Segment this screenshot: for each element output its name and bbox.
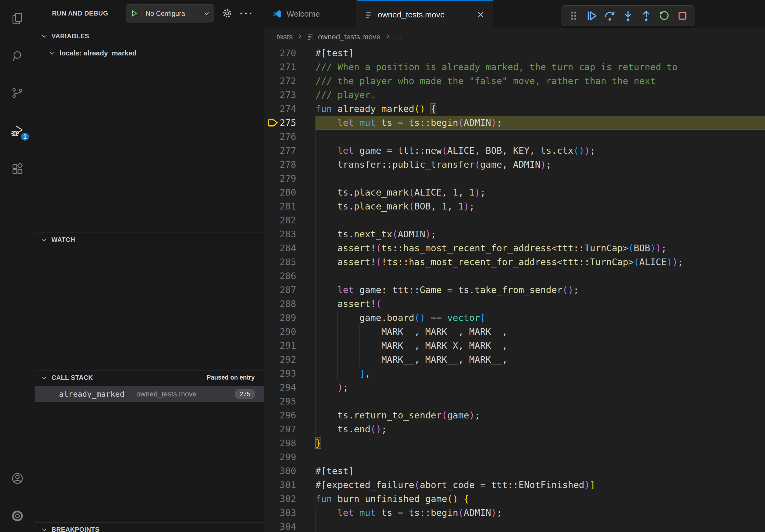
code-text: let mut ts = ts::begin(ADMIN);	[316, 506, 502, 520]
line-number: 289	[264, 311, 296, 325]
continue-button[interactable]	[584, 8, 599, 23]
code-line[interactable]: 281 ts.place_mark(BOB, 1, 1);	[264, 199, 765, 213]
code-line[interactable]: 297 ts.end();	[264, 422, 765, 436]
locals-label: locals: already_marked	[60, 49, 137, 57]
step-into-button[interactable]	[620, 8, 635, 23]
code-line[interactable]: 275 let mut ts = ts::begin(ADMIN);	[264, 116, 765, 130]
start-debug-icon[interactable]	[130, 9, 138, 18]
breadcrumb-item-symbol[interactable]: …	[394, 33, 402, 41]
code-line[interactable]: 304	[264, 520, 765, 532]
code-text: /// player.	[316, 88, 376, 102]
code-line[interactable]: 270#[test]	[264, 46, 765, 60]
line-number: 294	[264, 381, 296, 394]
views-more-actions-button[interactable]: ···	[238, 4, 256, 23]
gear-icon	[11, 509, 24, 523]
code-line[interactable]: 283 ts.next_tx(ADMIN);	[264, 227, 765, 241]
sidebar-title: RUN AND DEBUG	[52, 4, 108, 23]
code-line[interactable]: 296 ts.return_to_sender(game);	[264, 408, 765, 422]
account-icon	[11, 472, 24, 485]
code-lines[interactable]: 270#[test]271/// When a position is alre…	[264, 46, 765, 532]
code-line[interactable]: 276	[264, 130, 765, 143]
breadcrumb-item-file[interactable]: owned_tests.move	[318, 33, 381, 41]
line-number: 288	[264, 297, 296, 311]
tab-label: Welcome	[287, 9, 320, 19]
code-line[interactable]: 274fun already_marked() {	[264, 102, 765, 116]
code-line[interactable]: 298}	[264, 436, 765, 450]
code-line[interactable]: 278 transfer::public_transfer(game, ADMI…	[264, 157, 765, 171]
code-line[interactable]: 287 let game: ttt::Game = ts.take_from_s…	[264, 283, 765, 297]
section-header-variables[interactable]: VARIABLES	[35, 29, 264, 43]
variables-scope-locals[interactable]: locals: already_marked	[35, 46, 264, 60]
activity-item-extensions[interactable]	[0, 156, 35, 183]
indent-guide	[316, 171, 316, 185]
tab-welcome[interactable]: Welcome	[264, 0, 357, 28]
section-title: CALL STACK	[51, 374, 93, 382]
breadcrumb-item-tests[interactable]: tests	[277, 33, 293, 41]
code-line[interactable]: 290 MARK__, MARK__, MARK__,	[264, 325, 765, 339]
code-text: fun burn_unfinished_game() {	[316, 492, 469, 506]
activity-item-account[interactable]	[0, 465, 35, 492]
call-stack-frame-row[interactable]: already_marked owned_tests.move 275	[35, 386, 264, 402]
code-line[interactable]: 303 let mut ts = ts::begin(ADMIN);	[264, 506, 765, 520]
code-line[interactable]: 300#[test]	[264, 464, 765, 478]
code-line[interactable]: 291 MARK__, MARK_X, MARK__,	[264, 339, 765, 353]
section-header-breakpoints[interactable]: BREAKPOINTS	[35, 522, 264, 532]
line-number: 279	[264, 171, 296, 185]
code-line[interactable]: 295	[264, 394, 765, 408]
code-line[interactable]: 293 ],	[264, 367, 765, 381]
step-over-button[interactable]	[602, 8, 617, 23]
line-number: 295	[264, 394, 296, 408]
activity-item-source-control[interactable]	[0, 80, 35, 106]
code-line[interactable]: 271/// When a position is already marked…	[264, 60, 765, 74]
code-text: );	[316, 381, 349, 394]
section-header-call-stack[interactable]: CALL STACK Paused on entry	[35, 371, 264, 385]
debug-settings-button[interactable]	[219, 4, 235, 23]
code-text: #[test]	[316, 464, 354, 478]
restart-button[interactable]	[657, 8, 672, 23]
activity-item-explorer[interactable]	[0, 5, 35, 32]
step-out-icon	[640, 10, 652, 22]
indent-guide	[316, 130, 316, 143]
code-text: let game: ttt::Game = ts.take_from_sende…	[316, 283, 579, 297]
code-line[interactable]: 292 MARK__, MARK__, MARK__,	[264, 353, 765, 367]
close-tab-button[interactable]	[476, 11, 485, 19]
line-number: 303	[264, 506, 296, 520]
code-line[interactable]: 272/// the player who made the "false" m…	[264, 74, 765, 88]
code-line[interactable]: 301#[expected_failure(abort_code = ttt::…	[264, 478, 765, 492]
activity-item-settings[interactable]	[0, 502, 35, 529]
code-line[interactable]: 286	[264, 269, 765, 283]
code-text: transfer::public_transfer(game, ADMIN);	[316, 157, 551, 171]
code-line[interactable]: 277 let game = ttt::new(ALICE, BOB, KEY,…	[264, 143, 765, 157]
code-line[interactable]: 273/// player.	[264, 88, 765, 102]
line-number: 304	[264, 520, 296, 532]
code-line[interactable]: 282	[264, 213, 765, 227]
code-line[interactable]: 288 assert!(	[264, 297, 765, 311]
code-text: ts.return_to_sender(game);	[316, 408, 480, 422]
section-header-watch[interactable]: WATCH	[35, 232, 264, 246]
code-line[interactable]: 284 assert!(ts::has_most_recent_for_addr…	[264, 241, 765, 255]
extensions-icon	[11, 162, 24, 176]
section-title: BREAKPOINTS	[51, 526, 99, 532]
code-line[interactable]: 280 ts.place_mark(ALICE, 1, 1);	[264, 185, 765, 199]
activity-item-search[interactable]	[0, 43, 35, 69]
code-text: }	[316, 436, 321, 450]
line-number: 296	[264, 408, 296, 422]
code-text: MARK__, MARK_X, MARK__,	[316, 339, 507, 353]
line-number: 270	[264, 46, 296, 60]
code-line[interactable]: 289 game.board() == vector[	[264, 311, 765, 325]
code-line[interactable]: 294 );	[264, 381, 765, 394]
code-line[interactable]: 285 assert!(!ts::has_most_recent_for_add…	[264, 255, 765, 269]
line-number: 282	[264, 213, 296, 227]
toolbar-drag-handle[interactable]	[566, 8, 581, 23]
gear-icon	[222, 8, 232, 19]
chevron-down-icon	[41, 33, 48, 40]
activity-item-run-and-debug[interactable]: 1	[0, 118, 35, 145]
line-number: 285	[264, 255, 296, 269]
code-line[interactable]: 302fun burn_unfinished_game() {	[264, 492, 765, 506]
code-line[interactable]: 299	[264, 450, 765, 464]
code-line[interactable]: 279	[264, 171, 765, 185]
stop-button[interactable]	[675, 8, 690, 23]
tab-owned-tests-move[interactable]: owned_tests.move	[357, 0, 493, 28]
launch-config-dropdown[interactable]: No Configura	[126, 4, 214, 23]
step-out-button[interactable]	[639, 8, 654, 23]
